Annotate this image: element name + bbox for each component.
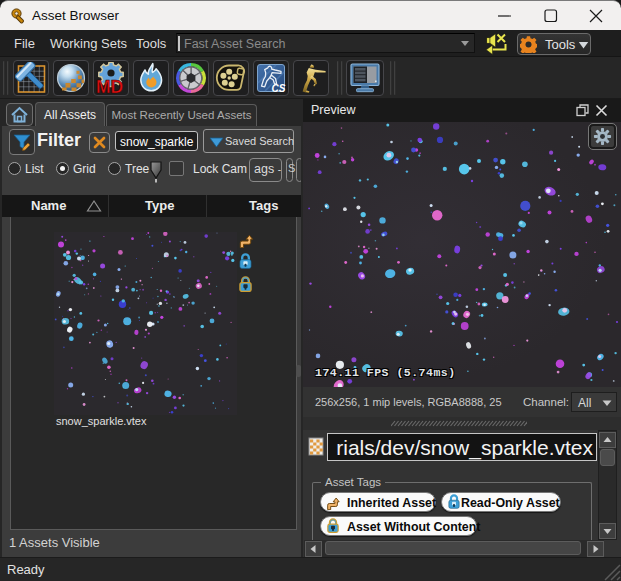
svg-text:MD: MD	[96, 77, 123, 95]
svg-text:CS: CS	[272, 83, 286, 94]
